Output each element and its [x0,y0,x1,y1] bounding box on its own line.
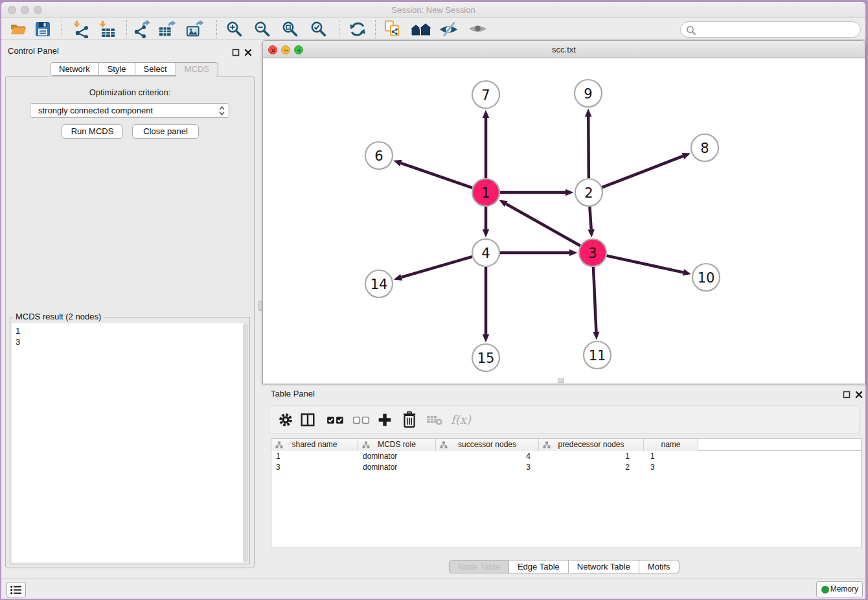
cell-predecessor-nodes: 1 [539,451,644,462]
graph-edge-2-9[interactable] [588,117,589,178]
list-icon [10,584,23,595]
column-header-name[interactable]: name [644,439,698,451]
select-all-icon[interactable] [326,415,345,431]
graph-node-1[interactable]: 1 [472,179,499,206]
status-bar: Memory [1,579,865,599]
search-input[interactable] [698,23,856,36]
tab-style[interactable]: Style [99,62,135,76]
mcds-result-list[interactable]: 1 3 [12,323,248,562]
eye-icon[interactable] [468,20,488,38]
table-toolbar: f(x) [269,405,860,433]
toolbar-separator [62,20,62,38]
graph-node-10[interactable]: 10 [692,264,720,291]
table-panel: Table Panel [262,386,865,579]
split-table-icon[interactable] [300,412,315,428]
column-header-mcds-role[interactable]: MCDS role [358,439,436,451]
criterion-dropdown[interactable]: strongly connected component [30,103,229,118]
cell-shared-name: 1 [271,451,358,462]
search-icon [686,25,696,36]
tab-select[interactable]: Select [135,62,176,76]
table-row[interactable]: 1 dominator 4 1 1 [271,451,861,462]
cell-mcds-role: dominator [358,462,436,473]
cell-successor-nodes: 3 [436,462,539,473]
network-window-titlebar[interactable]: scc.txt [262,40,865,58]
tab-network-table[interactable]: Network Table [569,560,639,573]
open-folder-icon[interactable] [9,20,27,38]
graph-node-14[interactable]: 14 [365,270,393,297]
svg-text:11: 11 [589,348,606,363]
graph-node-2[interactable]: 2 [575,179,602,206]
graph-node-8[interactable]: 8 [691,134,718,161]
cell-predecessor-nodes: 2 [539,462,644,473]
column-settings-gear-icon[interactable] [278,412,293,428]
result-scrollbar[interactable] [243,323,248,562]
memory-button[interactable]: Memory [816,581,863,597]
tab-node-table[interactable]: Node Table [448,560,509,573]
import-network-icon[interactable] [73,20,91,38]
svg-text:f(x): f(x) [451,413,472,426]
graph-edge-3-10[interactable] [606,256,683,273]
graph-edge-2-8[interactable] [602,156,683,187]
close-panel-icon[interactable] [244,47,253,56]
svg-text:7: 7 [481,87,490,103]
table-header-row: shared name MCDS role successor nodes pr… [271,439,861,451]
close-panel-icon[interactable] [855,389,863,398]
graph-node-6[interactable]: 6 [365,142,393,169]
export-network-icon[interactable] [133,20,151,38]
eye-slash-icon[interactable] [439,20,459,38]
graph-edge-4-14[interactable] [402,257,472,277]
svg-text:14: 14 [371,277,388,292]
graph-edge-2-3[interactable] [589,207,591,229]
deselect-all-icon[interactable] [352,415,371,431]
task-history-button[interactable] [6,582,26,597]
graph-node-3[interactable]: 3 [579,239,606,266]
export-image-icon[interactable] [186,20,204,38]
graph-node-7[interactable]: 7 [472,81,499,108]
delete-trash-icon[interactable] [402,411,417,426]
graph-node-15[interactable]: 15 [472,344,499,371]
cell-name: 1 [644,451,698,462]
svg-text:15: 15 [477,351,495,366]
mcds-result-box: MCDS result (2 nodes) 1 3 [10,317,250,564]
import-table-icon[interactable] [98,20,117,38]
tab-mcds[interactable]: MCDS [176,62,218,76]
function-builder-icon[interactable]: f(x) [450,411,473,427]
graph-node-11[interactable]: 11 [584,341,611,369]
refresh-icon[interactable] [348,20,367,38]
tab-network[interactable]: Network [50,62,99,76]
save-icon[interactable] [34,20,52,38]
run-mcds-button[interactable]: Run MCDS [62,124,123,139]
zoom-selected-icon[interactable] [310,20,328,38]
graph-node-4[interactable]: 4 [472,239,499,266]
export-table-icon[interactable] [158,20,176,38]
graph-edge-3-1[interactable] [506,204,580,246]
table-row[interactable]: 3 dominator 3 2 3 [271,462,861,473]
column-header-successor-nodes[interactable]: successor nodes [436,439,539,451]
houses-icon[interactable] [409,20,432,38]
tab-edge-table[interactable]: Edge Table [509,560,569,573]
cell-name: 3 [644,462,698,473]
column-header-predecessor-nodes[interactable]: predecessor nodes [539,439,644,451]
toolbar-separator [339,20,339,38]
column-header-shared-name[interactable]: shared name [271,439,358,451]
delete-column-icon[interactable] [426,415,443,431]
copy-network-icon[interactable] [383,20,402,38]
float-panel-icon[interactable] [843,389,851,398]
table-panel-title: Table Panel [271,389,315,398]
cell-successor-nodes: 4 [436,451,539,462]
network-canvas[interactable]: 7968124314101511 [262,58,865,384]
close-panel-button[interactable]: Close panel [132,124,199,139]
canvas-scroll-handle[interactable] [558,378,564,383]
zoom-out-icon[interactable] [253,20,271,38]
tab-motifs[interactable]: Motifs [639,560,680,573]
optimization-criterion-label: Optimization criterion: [6,87,254,97]
cell-mcds-role: dominator [358,451,436,462]
graph-node-9[interactable]: 9 [575,80,602,107]
zoom-in-icon[interactable] [225,20,244,38]
float-panel-icon[interactable] [232,47,240,56]
zoom-fit-icon[interactable] [281,20,299,38]
memory-status-icon [821,586,829,594]
graph-edge-1-6[interactable] [401,163,472,188]
add-column-icon[interactable] [377,412,393,428]
graph-edge-3-11[interactable] [593,267,596,332]
